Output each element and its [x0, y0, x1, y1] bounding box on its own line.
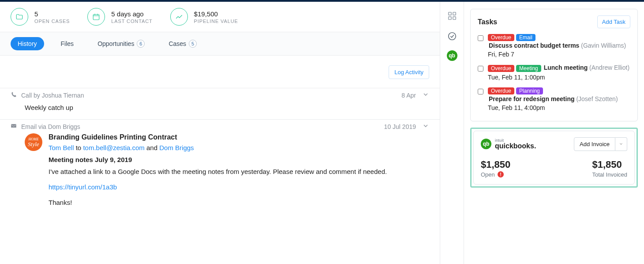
task-item: Overdue Planning Prepare for redesign me… [478, 87, 630, 111]
apps-grid-icon[interactable] [446, 10, 458, 22]
badge-overdue: Overdue [488, 34, 514, 41]
task-assignee: (Andrew Elliot) [589, 64, 629, 71]
avatar: HOMEStyle [25, 133, 42, 151]
stat-value: 5 [34, 10, 70, 18]
task-checkbox[interactable] [478, 89, 483, 94]
quickbooks-name: quickbooks. [495, 143, 536, 150]
quickbooks-mark-icon: qb [481, 139, 491, 149]
envelope-icon [11, 123, 17, 130]
email-from-link[interactable]: Tom Bell [49, 144, 74, 151]
svg-rect-5 [453, 17, 455, 19]
tab-files[interactable]: Files [54, 37, 81, 50]
tab-opportunities[interactable]: Opportunities 6 [90, 37, 152, 51]
stat-value: 5 days ago [111, 10, 152, 18]
svg-rect-4 [448, 17, 451, 19]
qb-open-value: $1,850 [481, 159, 510, 170]
task-when: Tue, Feb 11, 1:00pm [488, 74, 630, 81]
folder-icon [11, 8, 28, 26]
tab-history[interactable]: History [11, 37, 44, 50]
badge-overdue: Overdue [488, 65, 514, 72]
email-notes-title: Meeting notes July 9, 2019 [49, 156, 429, 163]
quickbooks-highlight: qb intuit quickbooks. Add Invoice $1,850 [470, 128, 638, 188]
entry-title: Call by Joshua Tiernan [21, 92, 84, 99]
quickbooks-panel: qb intuit quickbooks. Add Invoice $1,850 [473, 131, 635, 185]
email-body-text: I've attached a link to a Google Docs wi… [49, 168, 429, 175]
log-activity-row: Log Activity [0, 56, 440, 88]
task-assignee: (Josef Szotten) [576, 95, 618, 102]
entry-body: Weekly catch up [0, 102, 440, 119]
task-checkbox[interactable] [478, 66, 483, 72]
email-entry: Email via Dom Briggs 10 Jul 2019 HOMESty… [0, 120, 440, 223]
quickbooks-logo: qb intuit quickbooks. [481, 139, 536, 150]
email-to-link[interactable]: tom.bell@zestia.com [83, 144, 144, 151]
entry-header[interactable]: Call by Joshua Tiernan 8 Apr [0, 88, 440, 102]
qb-open-stat: $1,850 Open ! [481, 159, 510, 178]
qb-total-value: $1,850 [592, 159, 628, 170]
chevron-down-icon[interactable] [422, 91, 429, 99]
entry-header[interactable]: Email via Dom Briggs 10 Jul 2019 [0, 120, 440, 133]
svg-rect-0 [94, 15, 100, 20]
qb-total-label: Total Invoiced [592, 171, 628, 178]
entry-date: 8 Apr [401, 92, 416, 99]
badge-overdue: Overdue [488, 87, 514, 94]
email-body-link[interactable]: https://tinyurl.com/1a3b [49, 183, 429, 191]
email-subject: Branding Guidelines Printing Contract [49, 133, 429, 141]
quickbooks-icon[interactable]: qb [447, 50, 457, 61]
email-recipients: Tom Bell to tom.bell@zestia.com and Dom … [49, 144, 429, 151]
tab-label: Cases [168, 40, 186, 47]
main-column: 5 OPEN CASES 5 days ago LAST CONTACT $ [0, 2, 440, 264]
log-activity-button[interactable]: Log Activity [389, 65, 429, 79]
svg-rect-1 [11, 124, 16, 128]
entry-title: Email via Dom Briggs [21, 123, 80, 130]
stats-row: 5 OPEN CASES 5 days ago LAST CONTACT $ [0, 2, 440, 32]
stat-open-cases: 5 OPEN CASES [11, 8, 70, 26]
tab-label: Opportunities [97, 40, 134, 47]
call-entry: Call by Joshua Tiernan 8 Apr Weekly catc… [0, 88, 440, 120]
badge-type: Email [516, 34, 535, 41]
alert-icon: ! [498, 171, 504, 177]
chevron-down-icon[interactable] [422, 122, 429, 131]
stat-pipeline: $19,500 PIPELINE VALUE [170, 8, 238, 26]
badge-type: Meeting [516, 65, 541, 72]
add-task-button[interactable]: Add Task [597, 15, 630, 28]
stat-label: OPEN CASES [34, 19, 70, 24]
task-when: Fri, Feb 7 [488, 51, 630, 58]
email-thanks: Thanks! [49, 199, 429, 206]
task-title[interactable]: Prepare for redesign meeting [489, 95, 575, 102]
calendar-icon [87, 8, 105, 26]
phone-icon [11, 91, 17, 99]
tab-count: 6 [137, 40, 145, 48]
svg-rect-2 [448, 12, 451, 15]
stat-last-contact: 5 days ago LAST CONTACT [87, 8, 152, 26]
tab-cases[interactable]: Cases 5 [161, 37, 204, 51]
check-circle-icon[interactable] [446, 30, 458, 42]
tabs-row: History Files Opportunities 6 Cases 5 [0, 32, 440, 56]
task-title[interactable]: Discuss contract budget terms [489, 42, 579, 49]
add-invoice-dropdown[interactable] [615, 137, 627, 151]
qb-open-label: Open [481, 171, 495, 178]
qb-total-stat: $1,850 Total Invoiced [592, 159, 628, 178]
add-invoice-button[interactable]: Add Invoice [574, 137, 615, 151]
task-assignee: (Gavin Williams) [581, 42, 626, 49]
task-checkbox[interactable] [478, 35, 483, 41]
task-item: Overdue Meeting Lunch meeting (Andrew El… [478, 64, 630, 80]
stat-value: $19,500 [194, 10, 238, 18]
tasks-title: Tasks [478, 18, 497, 26]
task-when: Tue, Feb 11, 4:00pm [488, 104, 630, 111]
add-invoice-group: Add Invoice [574, 137, 627, 151]
integration-rail: qb [440, 2, 464, 264]
trend-icon [170, 8, 188, 26]
entry-date: 10 Jul 2019 [384, 123, 416, 130]
email-cc-link[interactable]: Dom Briggs [159, 144, 194, 151]
stat-label: PIPELINE VALUE [194, 19, 238, 24]
tab-count: 5 [189, 40, 197, 48]
stat-label: LAST CONTACT [111, 19, 152, 24]
svg-rect-3 [453, 12, 455, 15]
tab-label: Files [61, 40, 74, 47]
task-item: Overdue Email Discuss contract budget te… [478, 34, 630, 58]
tab-label: History [18, 40, 37, 47]
badge-type: Planning [516, 87, 543, 94]
svg-point-6 [448, 33, 456, 40]
task-title[interactable]: Lunch meeting [544, 64, 588, 71]
sidebar: Tasks Add Task Overdue Email Discuss con… [464, 2, 644, 264]
